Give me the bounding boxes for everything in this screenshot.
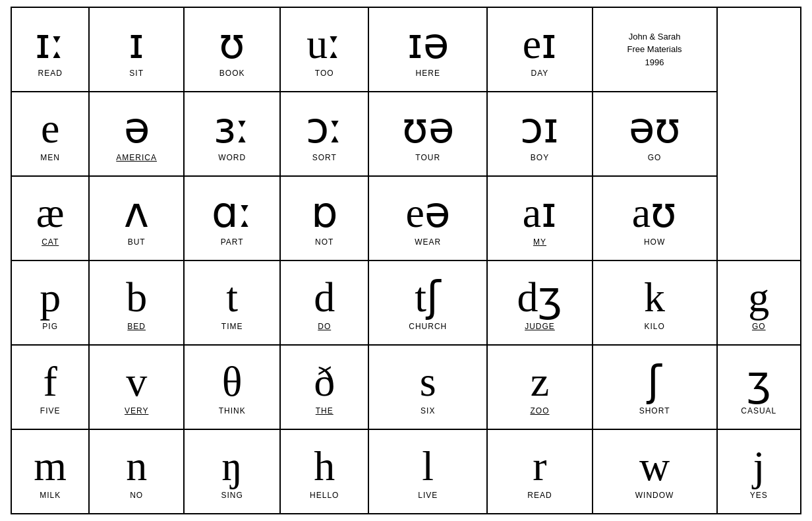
ipa-word: SIT	[91, 69, 182, 78]
ipa-symbol: θ	[186, 359, 278, 405]
ipa-symbol: l	[370, 443, 485, 489]
ipa-word: READ	[489, 491, 590, 500]
ipa-word: CASUAL	[719, 406, 799, 415]
ipa-word: CHURCH	[370, 322, 485, 331]
ipa-symbol: t	[186, 274, 278, 321]
credit-line3: 1996	[645, 57, 664, 67]
ipa-symbol: e	[13, 106, 87, 152]
ipa-word: HOW	[594, 237, 715, 247]
ipa-cell: aʊHOW	[593, 176, 717, 260]
ipa-word: AMERICA	[91, 153, 182, 162]
ipa-cell: ɪːREAD	[11, 7, 89, 92]
ipa-symbol: ɪ	[91, 21, 182, 67]
ipa-word: PIG	[13, 322, 87, 331]
ipa-cell: lLIVE	[368, 429, 487, 514]
ipa-word: LIVE	[370, 491, 485, 500]
ipa-cell: ʒCASUAL	[717, 345, 801, 429]
ipa-word: KILO	[594, 322, 715, 331]
ipa-word: BUT	[91, 237, 182, 247]
ipa-symbol: aʊ	[594, 190, 715, 236]
ipa-symbol: eə	[370, 190, 485, 236]
ipa-cell: ɔːSORT	[280, 92, 368, 176]
ipa-word: HERE	[370, 69, 485, 78]
ipa-cell: vVERY	[89, 345, 184, 429]
ipa-word: DO	[282, 322, 366, 331]
ipa-cell: tʃCHURCH	[368, 260, 487, 345]
ipa-word: THINK	[186, 406, 278, 415]
ipa-cell: ɔɪBOY	[487, 92, 592, 176]
ipa-cell: jYES	[717, 429, 801, 514]
ipa-symbol: ɪː	[13, 21, 87, 67]
credit-line2: Free Materials	[627, 44, 682, 54]
ipa-symbol: z	[489, 359, 590, 405]
ipa-cell: sSIX	[368, 345, 487, 429]
ipa-symbol: eɪ	[489, 21, 590, 67]
ipa-cell: ɑːPART	[184, 176, 280, 260]
ipa-symbol: dʒ	[489, 274, 590, 321]
ipa-cell: ðTHE	[280, 345, 368, 429]
ipa-cell: fFIVE	[11, 345, 89, 429]
ipa-cell: uːTOO	[280, 7, 368, 92]
ipa-symbol: ɜː	[186, 106, 278, 152]
ipa-symbol: ɒ	[282, 190, 366, 236]
ipa-cell: əAMERICA	[89, 92, 184, 176]
ipa-symbol: ʒ	[719, 359, 799, 405]
ipa-word: WORD	[186, 153, 278, 162]
ipa-word: GO	[719, 322, 799, 331]
ipa-word: GO	[594, 153, 715, 162]
ipa-word: MY	[489, 237, 590, 247]
ipa-cell: mMILK	[11, 429, 89, 514]
ipa-symbol: d	[282, 274, 366, 321]
ipa-cell: ŋSING	[184, 429, 280, 514]
ipa-symbol: v	[91, 359, 182, 405]
ipa-cell: ʊBOOK	[184, 7, 280, 92]
ipa-symbol: tʃ	[370, 274, 485, 321]
ipa-word: JUDGE	[489, 322, 590, 331]
ipa-symbol: uː	[282, 21, 366, 67]
ipa-symbol: ɔɪ	[489, 106, 590, 152]
ipa-symbol: ə	[91, 106, 182, 152]
ipa-word: CAT	[13, 237, 87, 247]
ipa-symbol: k	[594, 274, 715, 321]
ipa-cell: dʒJUDGE	[487, 260, 592, 345]
ipa-symbol: f	[13, 359, 87, 405]
ipa-word: YES	[719, 491, 799, 500]
ipa-word: BOOK	[186, 69, 278, 78]
ipa-symbol: aɪ	[489, 190, 590, 236]
ipa-symbol: ɪə	[370, 21, 485, 67]
ipa-word: MEN	[13, 153, 87, 162]
ipa-cell: ʃSHORT	[593, 345, 717, 429]
ipa-symbol: ŋ	[186, 443, 278, 489]
ipa-word: SORT	[282, 153, 366, 162]
ipa-word: WINDOW	[594, 491, 715, 500]
ipa-cell: ɜːWORD	[184, 92, 280, 176]
ipa-cell: ʊəTOUR	[368, 92, 487, 176]
ipa-symbol: ɔː	[282, 106, 366, 152]
ipa-word: THE	[282, 406, 366, 415]
credit-line1: John & Sarah	[629, 32, 681, 42]
ipa-symbol: ʃ	[594, 359, 715, 405]
ipa-symbol: æ	[13, 190, 87, 236]
ipa-symbol: h	[282, 443, 366, 489]
ipa-word: TOO	[282, 69, 366, 78]
ipa-cell: aɪMY	[487, 176, 592, 260]
ipa-symbol: w	[594, 443, 715, 489]
ipa-symbol: ʌ	[91, 190, 182, 236]
ipa-symbol: b	[91, 274, 182, 321]
ipa-word: BOY	[489, 153, 590, 162]
ipa-word: TOUR	[370, 153, 485, 162]
ipa-cell: eMEN	[11, 92, 89, 176]
ipa-word: NO	[91, 491, 182, 500]
ipa-cell: eɪDAY	[487, 7, 592, 92]
ipa-cell: kKILO	[593, 260, 717, 345]
ipa-symbol: m	[13, 443, 87, 489]
ipa-symbol: p	[13, 274, 87, 321]
ipa-word: DAY	[489, 69, 590, 78]
ipa-cell: pPIG	[11, 260, 89, 345]
ipa-symbol: ʊə	[370, 106, 485, 152]
ipa-cell: ʌBUT	[89, 176, 184, 260]
ipa-word: SING	[186, 491, 278, 500]
ipa-cell: ɪəHERE	[368, 7, 487, 92]
ipa-word: ZOO	[489, 406, 590, 415]
ipa-symbol: g	[719, 274, 799, 321]
